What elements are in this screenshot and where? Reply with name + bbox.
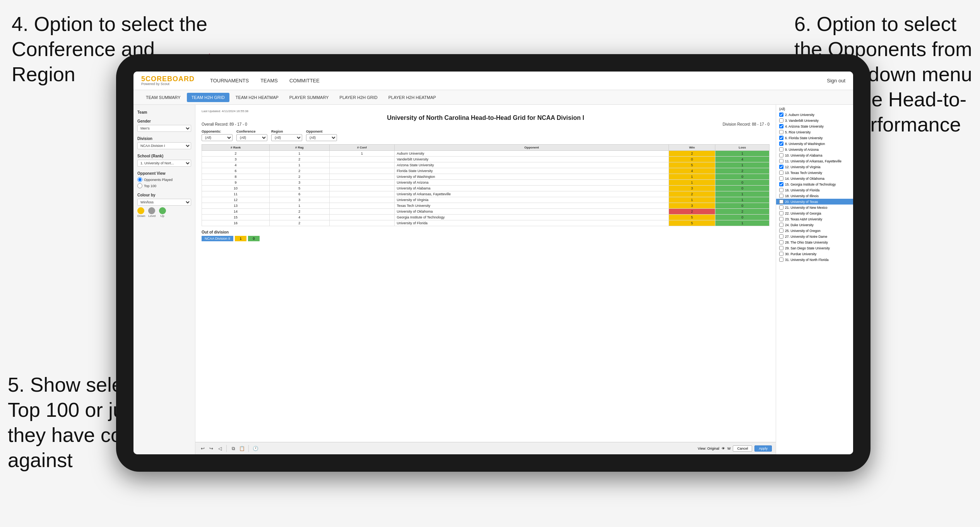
panel-item[interactable]: 25. University of Oregon — [776, 228, 853, 234]
nav-teams[interactable]: TEAMS — [260, 76, 278, 85]
panel-item[interactable]: 8. University of Washington — [776, 141, 853, 147]
region-select[interactable]: (All) — [271, 134, 302, 141]
panel-item[interactable]: 5. Rice University — [776, 129, 853, 135]
panel-item[interactable]: 22. University of Georgia — [776, 210, 853, 216]
toolbar-view-label: View: Original — [698, 447, 719, 450]
panel-item[interactable]: 15. Georgia Institute of Technology — [776, 181, 853, 187]
panel-item[interactable]: (All) — [776, 106, 853, 112]
sidebar-radio-group: Opponents Played Top 100 — [137, 177, 191, 188]
color-level-circle — [148, 207, 155, 214]
table-row: 13 1 Texas Tech University 3 0 — [202, 203, 770, 209]
subnav-player-summary[interactable]: PLAYER SUMMARY — [285, 93, 334, 102]
cell-loss: 1 — [715, 162, 770, 168]
panel-item[interactable]: 20. University of Texas — [776, 199, 853, 205]
cell-loss: 2 — [715, 168, 770, 174]
table-row: 11 6 University of Arkansas, Fayettevill… — [202, 191, 770, 197]
panel-item-label: 21. University of New Mexico — [785, 206, 828, 210]
conference-label: Conference — [236, 130, 267, 133]
panel-item[interactable]: 28. The Ohio State University — [776, 239, 853, 245]
cell-loss: 0 — [715, 186, 770, 191]
panel-item[interactable]: 14. University of Oklahoma — [776, 176, 853, 181]
sidebar-gender-label: Gender — [137, 119, 191, 123]
cell-opponent: Texas Tech University — [395, 203, 669, 209]
panel-item[interactable]: 13. Texas Tech University — [776, 170, 853, 176]
table-row: 4 1 Arizona State University 5 1 — [202, 162, 770, 168]
panel-item[interactable]: 9. University of Arizona — [776, 147, 853, 152]
panel-item[interactable]: 6. Florida State University — [776, 135, 853, 141]
toolbar-paste-icon[interactable]: 📋 — [238, 445, 245, 452]
panel-item[interactable]: 24. Duke University — [776, 222, 853, 228]
sidebar-gender-select[interactable]: Men's — [137, 125, 191, 132]
opponents-select[interactable]: (All) — [202, 134, 233, 141]
panel-item-label: 12. University of Virginia — [785, 165, 821, 169]
panel-item[interactable]: 29. San Diego State University — [776, 245, 853, 251]
out-of-division-label: Out of division — [202, 230, 770, 234]
toolbar-back-icon[interactable]: ◁ — [216, 445, 223, 452]
nav-tournaments[interactable]: TOURNAMENTS — [210, 76, 249, 85]
panel-item[interactable]: 11. University of Arkansas, Fayetteville — [776, 158, 853, 164]
cell-rank: 6 — [202, 168, 270, 174]
panel-item[interactable]: 18. University of Illinois — [776, 193, 853, 199]
cell-rag: 2 — [270, 157, 329, 162]
toolbar-time-icon[interactable]: 🕐 — [252, 445, 259, 452]
toolbar-cancel-button[interactable]: Cancel — [733, 445, 752, 452]
panel-item[interactable]: 30. Purdue University — [776, 251, 853, 257]
sidebar-radio-opponents-played[interactable]: Opponents Played — [137, 177, 191, 182]
toolbar-apply-button[interactable]: Apply — [754, 445, 772, 452]
sidebar-colour-select[interactable]: Win/loss — [137, 199, 191, 206]
cell-rank: 16 — [202, 220, 270, 226]
panel-item[interactable]: 16. University of Florida — [776, 187, 853, 193]
panel-item[interactable]: 23. Texas A&M University — [776, 216, 853, 222]
out-of-div-loss: 0 — [248, 236, 260, 241]
toolbar-redo-icon[interactable]: ↪ — [208, 445, 215, 452]
cell-win: 2 — [669, 191, 715, 197]
conference-select[interactable]: (All) — [236, 134, 267, 141]
panel-item-label: 5. Rice University — [785, 130, 811, 134]
col-opponent: Opponent — [395, 145, 669, 151]
opponent-filter-group: Opponent (All) — [306, 130, 337, 141]
col-win: Win — [669, 145, 715, 151]
sidebar-school-select[interactable]: 1. University of Nort... — [137, 160, 191, 167]
cell-rank: 8 — [202, 174, 270, 180]
division-record: Division Record: 88 - 17 - 0 — [723, 122, 770, 126]
panel-item[interactable]: 2. Auburn University — [776, 112, 853, 118]
panel-item[interactable]: 10. University of Alabama — [776, 152, 853, 158]
panel-item[interactable]: 3. Vanderbilt University — [776, 118, 853, 123]
sidebar-opponent-view-section: Opponent View Opponents Played Top 100 — [137, 171, 191, 188]
nav-links: TOURNAMENTS TEAMS COMMITTEE — [210, 76, 320, 85]
cell-conf — [329, 209, 395, 215]
cell-rag: 3 — [270, 180, 329, 186]
panel-item-label: 4. Arizona State University — [785, 125, 824, 128]
opponent-select[interactable]: (All) — [306, 134, 337, 141]
cell-rank: 12 — [202, 197, 270, 203]
cell-conf — [329, 220, 395, 226]
toolbar-copy-icon[interactable]: ⧉ — [230, 445, 237, 452]
subnav-team-h2h-grid[interactable]: TEAM H2H GRID — [187, 93, 229, 102]
sidebar-division-select[interactable]: NCAA Division I — [137, 142, 191, 149]
panel-item-label: 9. University of Arizona — [785, 148, 819, 152]
subnav-player-h2h-heatmap[interactable]: PLAYER H2H HEATMAP — [384, 93, 441, 102]
subnav-team-h2h-heatmap[interactable]: TEAM H2H HEATMAP — [231, 93, 283, 102]
cell-win: 2 — [669, 151, 715, 157]
grid-area: Last Updated: 4/11/2024 16:55:38 Univers… — [195, 105, 776, 454]
out-of-div-name: NCAA Division II — [202, 236, 233, 241]
cell-rag: 1 — [270, 151, 329, 157]
panel-item[interactable]: 4. Arizona State University — [776, 123, 853, 129]
subnav-player-h2h-grid[interactable]: PLAYER H2H GRID — [335, 93, 382, 102]
table-row: 3 2 Vanderbilt University 0 4 — [202, 157, 770, 162]
cell-rag: 4 — [270, 215, 329, 220]
tablet-shell: 5COREBOARD Powered by Scout TOURNAMENTS … — [116, 54, 871, 472]
nav-committee[interactable]: COMMITTEE — [289, 76, 320, 85]
sidebar-radio-top100[interactable]: Top 100 — [137, 183, 191, 188]
cell-loss: 1 — [715, 151, 770, 157]
panel-item[interactable]: 31. University of North Florida — [776, 257, 853, 263]
panel-item[interactable]: 21. University of New Mexico — [776, 205, 853, 210]
toolbar-undo-icon[interactable]: ↩ — [199, 445, 206, 452]
cell-rank: 15 — [202, 215, 270, 220]
cell-win: 1 — [669, 197, 715, 203]
subnav-team-summary[interactable]: TEAM SUMMARY — [141, 93, 185, 102]
panel-item[interactable]: 27. University of Notre Dame — [776, 234, 853, 239]
nav-signout[interactable]: Sign out — [827, 78, 845, 84]
panel-item[interactable]: 12. University of Virginia — [776, 164, 853, 170]
cell-opponent: University of Alabama — [395, 186, 669, 191]
